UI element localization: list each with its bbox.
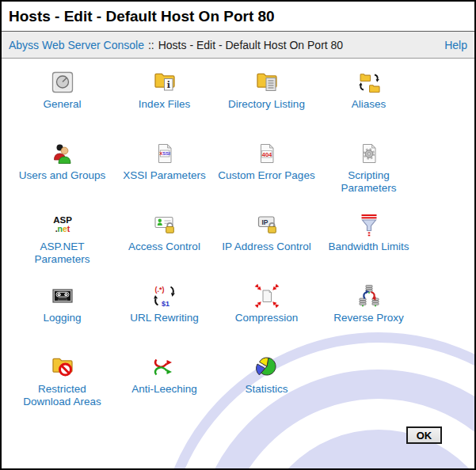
error-404-document-icon: 404 (254, 141, 280, 166)
directory-listing-icon (254, 70, 280, 95)
svg-text:$1: $1 (162, 300, 169, 308)
item-label: Aliases (302, 98, 436, 111)
item-bandwidth-limits[interactable]: Bandwidth Limits (318, 206, 420, 277)
index-files-icon: i (152, 70, 177, 95)
gauge-icon (50, 70, 75, 95)
item-label: Reverse Proxy (302, 312, 436, 324)
breadcrumb-separator: :: (148, 39, 154, 51)
item-aliases[interactable]: Aliases (318, 63, 420, 135)
svg-text:ASP: ASP (53, 215, 72, 225)
aliases-icon (356, 70, 382, 95)
item-scripting-parameters[interactable]: Scripting Parameters (318, 135, 420, 206)
breadcrumb: Abyss Web Server Console :: Hosts - Edit… (2, 31, 474, 59)
item-statistics[interactable]: Statistics (215, 348, 318, 419)
item-label: Scripting Parameters (302, 169, 436, 195)
aspnet-logo-icon: ASP .net (50, 212, 75, 237)
item-label: Bandwidth Limits (302, 241, 436, 253)
svg-text:.net: .net (55, 224, 70, 233)
settings-icon-grid: General i Index Files Direc (11, 63, 423, 419)
svg-text:404: 404 (261, 151, 272, 158)
folder-restricted-icon (50, 354, 75, 380)
breadcrumb-console-link[interactable]: Abyss Web Server Console (9, 39, 144, 51)
server-proxy-icon (356, 283, 382, 309)
ok-button[interactable]: OK (406, 426, 442, 444)
help-link[interactable]: Help (444, 39, 467, 51)
xssi-document-icon: XSSI (152, 141, 177, 166)
breadcrumb-current: Hosts - Edit - Default Host On Port 80 (158, 39, 343, 51)
id-card-lock-icon (152, 212, 177, 237)
pie-chart-icon (254, 354, 280, 380)
funnel-icon (356, 212, 382, 237)
crossed-arrows-icon (152, 354, 177, 380)
svg-text:(.*): (.*) (154, 286, 164, 294)
page-title: Hosts - Edit - Default Host On Port 80 (2, 2, 474, 31)
svg-text:XSSI: XSSI (159, 151, 170, 156)
abyss-console-window: Hosts - Edit - Default Host On Port 80 A… (0, 0, 476, 470)
decorative-circle-inner (254, 430, 476, 470)
users-groups-icon (50, 141, 75, 166)
regex-rewrite-icon: (.*) $1 (152, 283, 177, 309)
compress-document-icon (254, 283, 280, 309)
item-label: Statistics (200, 383, 334, 396)
gear-document-icon (356, 141, 382, 166)
ip-card-lock-icon: IP (254, 212, 280, 237)
cassette-icon (50, 283, 75, 309)
svg-text:i: i (166, 80, 169, 90)
item-reverse-proxy[interactable]: Reverse Proxy (318, 277, 420, 348)
svg-text:IP: IP (261, 218, 268, 226)
